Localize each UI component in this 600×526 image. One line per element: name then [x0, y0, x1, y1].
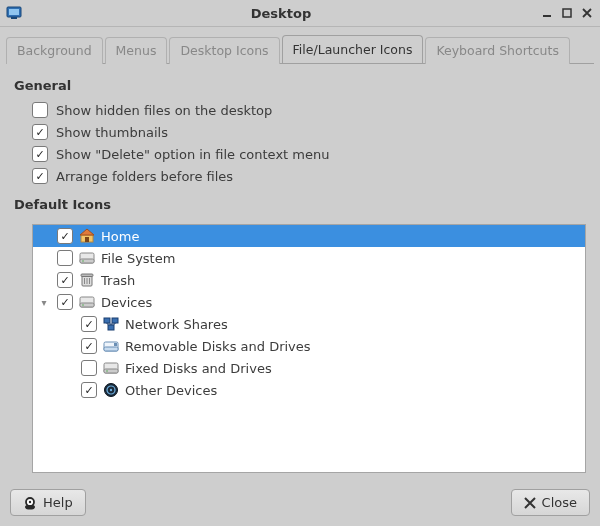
section-default-icons-title: Default Icons: [14, 197, 586, 212]
option-label: Show "Delete" option in file context men…: [56, 147, 329, 162]
drive-icon: [103, 360, 119, 376]
checkbox[interactable]: [57, 250, 73, 266]
checkbox[interactable]: [32, 146, 48, 162]
titlebar: Desktop: [0, 0, 600, 27]
tree-row[interactable]: ▾Devices: [33, 291, 585, 313]
svg-point-7: [29, 500, 31, 502]
general-option[interactable]: Show hidden files on the desktop: [14, 99, 586, 121]
tree-row[interactable]: Home: [33, 225, 585, 247]
tree-label: Home: [101, 229, 139, 244]
checkbox[interactable]: [81, 360, 97, 376]
removable-icon: [103, 338, 119, 354]
help-label: Help: [43, 495, 73, 510]
svg-rect-3: [543, 15, 551, 17]
tree-row[interactable]: Fixed Disks and Drives: [33, 357, 585, 379]
close-dialog-button[interactable]: Close: [511, 489, 590, 516]
window-title: Desktop: [22, 6, 540, 21]
help-button[interactable]: Help: [10, 489, 86, 516]
option-label: Arrange folders before files: [56, 169, 233, 184]
tree-label: File System: [101, 251, 175, 266]
general-option[interactable]: Arrange folders before files: [14, 165, 586, 187]
expander-icon[interactable]: ▾: [37, 297, 51, 308]
default-icons-tree[interactable]: HomeFile SystemTrash▾DevicesNetwork Shar…: [32, 224, 586, 473]
general-options: Show hidden files on the desktopShow thu…: [14, 99, 586, 187]
tree-label: Other Devices: [125, 383, 217, 398]
window-controls: [540, 6, 594, 20]
option-label: Show hidden files on the desktop: [56, 103, 272, 118]
tab-background[interactable]: Background: [6, 37, 103, 64]
close-icon: [524, 497, 536, 509]
tab-keyboard-shortcuts[interactable]: Keyboard Shortcuts: [425, 37, 570, 64]
checkbox[interactable]: [32, 124, 48, 140]
maximize-button[interactable]: [560, 6, 574, 20]
tree-label: Removable Disks and Drives: [125, 339, 311, 354]
home-icon: [79, 228, 95, 244]
tab-menus[interactable]: Menus: [105, 37, 168, 64]
dialog-footer: Help Close: [0, 481, 600, 526]
other-icon: [103, 382, 119, 398]
tree-row[interactable]: File System: [33, 247, 585, 269]
svg-rect-4: [563, 9, 571, 17]
tab-content: General Show hidden files on the desktop…: [0, 64, 600, 481]
app-icon: [6, 5, 22, 21]
checkbox[interactable]: [81, 382, 97, 398]
help-icon: [23, 496, 37, 510]
checkbox[interactable]: [57, 228, 73, 244]
svg-rect-1: [9, 9, 19, 15]
tree-label: Fixed Disks and Drives: [125, 361, 272, 376]
option-label: Show thumbnails: [56, 125, 168, 140]
section-general-title: General: [14, 78, 586, 93]
tree-label: Trash: [101, 273, 135, 288]
checkbox[interactable]: [32, 102, 48, 118]
checkbox[interactable]: [81, 316, 97, 332]
general-option[interactable]: Show thumbnails: [14, 121, 586, 143]
general-option[interactable]: Show "Delete" option in file context men…: [14, 143, 586, 165]
close-button[interactable]: [580, 6, 594, 20]
checkbox[interactable]: [57, 272, 73, 288]
tab-file-launcher-icons[interactable]: File/Launcher Icons: [282, 35, 424, 63]
checkbox[interactable]: [81, 338, 97, 354]
trash-icon: [79, 272, 95, 288]
tree-row[interactable]: Other Devices: [33, 379, 585, 401]
drive-icon: [79, 250, 95, 266]
network-icon: [103, 316, 119, 332]
checkbox[interactable]: [57, 294, 73, 310]
svg-rect-2: [11, 17, 17, 19]
tree-row[interactable]: Removable Disks and Drives: [33, 335, 585, 357]
tree-label: Devices: [101, 295, 152, 310]
settings-window: Desktop BackgroundMenusDesktop IconsFile…: [0, 0, 600, 526]
minimize-button[interactable]: [540, 6, 554, 20]
checkbox[interactable]: [32, 168, 48, 184]
close-label: Close: [542, 495, 577, 510]
tree-label: Network Shares: [125, 317, 228, 332]
tab-desktop-icons[interactable]: Desktop Icons: [169, 37, 279, 64]
tree-row[interactable]: Trash: [33, 269, 585, 291]
drive-icon: [79, 294, 95, 310]
tree-row[interactable]: Network Shares: [33, 313, 585, 335]
tab-bar: BackgroundMenusDesktop IconsFile/Launche…: [0, 27, 600, 63]
